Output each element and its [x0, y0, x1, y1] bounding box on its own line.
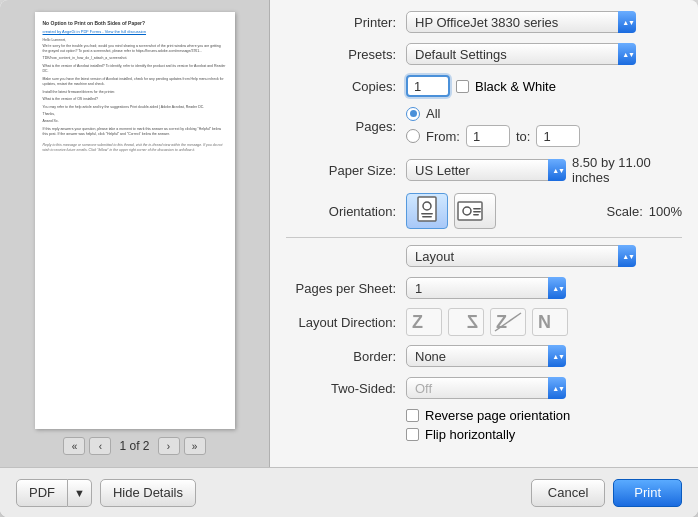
from-input[interactable] [466, 125, 510, 147]
orientation-row: Orientation: [286, 193, 682, 229]
copies-input[interactable]: 1 [406, 75, 450, 97]
all-pages-label: All [426, 106, 440, 121]
svg-rect-2 [421, 213, 433, 215]
border-label: Border: [286, 349, 396, 364]
next-page-button[interactable]: › [158, 437, 180, 455]
copies-label: Copies: [286, 79, 396, 94]
last-page-button[interactable]: » [184, 437, 206, 455]
svg-text:Z: Z [412, 312, 423, 332]
border-select-wrapper[interactable]: None [406, 345, 566, 367]
pages-row: Pages: All From: to: [286, 106, 682, 147]
layout-direction-label: Layout Direction: [286, 315, 396, 330]
border-select[interactable]: None [406, 345, 566, 367]
page-indicator: 1 of 2 [119, 439, 149, 453]
paper-size-label: Paper Size: [286, 163, 396, 178]
from-label: From: [426, 129, 460, 144]
z-left-up-icon: N [536, 311, 564, 333]
landscape-icon [457, 199, 493, 223]
pages-per-sheet-label: Pages per Sheet: [286, 281, 396, 296]
layout-select[interactable]: Layout [406, 245, 636, 267]
from-pages-row: From: to: [406, 125, 580, 147]
bw-checkbox[interactable] [456, 80, 469, 93]
layout-direction-controls: Z Z Z [406, 308, 682, 336]
all-pages-radio[interactable] [406, 107, 420, 121]
pages-controls: All From: to: [406, 106, 682, 147]
landscape-orientation-button[interactable] [454, 193, 496, 229]
two-sided-controls: Off [406, 377, 682, 399]
paper-size-row: Paper Size: US Letter 8.50 by 11.00 inch… [286, 155, 682, 185]
prev-page-button[interactable]: ‹ [89, 437, 111, 455]
print-dialog: No Option to Print on Both Sides of Pape… [0, 0, 698, 517]
preview-content: No Option to Print on Both Sides of Pape… [43, 20, 227, 153]
svg-rect-6 [473, 208, 481, 210]
presets-select[interactable]: Default Settings [406, 43, 636, 65]
presets-label: Presets: [286, 47, 396, 62]
flip-horizontally-checkbox[interactable] [406, 428, 419, 441]
scale-label: Scale: [607, 204, 643, 219]
portrait-orientation-button[interactable] [406, 193, 448, 229]
two-sided-row: Two-Sided: Off [286, 376, 682, 400]
reverse-orientation-label: Reverse page orientation [425, 408, 570, 423]
two-sided-select[interactable]: Off [406, 377, 566, 399]
cancel-button[interactable]: Cancel [531, 479, 605, 507]
flip-horizontally-row: Flip horizontally [406, 427, 682, 442]
svg-text:N: N [538, 312, 551, 332]
settings-pane: Printer: HP OfficeJet 3830 series Preset… [270, 0, 698, 467]
pages-radio-group: All From: to: [406, 106, 580, 147]
two-sided-label: Two-Sided: [286, 381, 396, 396]
z-right-up-icon: Z [494, 311, 522, 333]
paper-dimensions: 8.50 by 11.00 inches [572, 155, 682, 185]
svg-rect-3 [422, 216, 432, 218]
layout-direction-row: Layout Direction: Z Z [286, 308, 682, 336]
pdf-arrow-button[interactable]: ▼ [68, 479, 92, 507]
svg-rect-8 [473, 214, 479, 216]
two-sided-select-wrapper[interactable]: Off [406, 377, 566, 399]
paper-size-select[interactable]: US Letter [406, 159, 566, 181]
orientation-label: Orientation: [286, 204, 396, 219]
scale-value: 100% [649, 204, 682, 219]
preview-pane: No Option to Print on Both Sides of Pape… [0, 0, 270, 467]
layout-direction-s-button[interactable]: Z [448, 308, 484, 336]
printer-select-wrapper[interactable]: HP OfficeJet 3830 series [406, 11, 636, 33]
top-section: No Option to Print on Both Sides of Pape… [0, 0, 698, 467]
printer-select[interactable]: HP OfficeJet 3830 series [406, 11, 636, 33]
paper-size-select-wrapper[interactable]: US Letter [406, 159, 566, 181]
first-page-button[interactable]: « [63, 437, 85, 455]
layout-section-controls: Layout [406, 245, 682, 267]
layout-direction-z-right-button[interactable]: Z [406, 308, 442, 336]
to-input[interactable] [536, 125, 580, 147]
all-pages-row: All [406, 106, 580, 121]
layout-direction-n-left-button[interactable]: N [532, 308, 568, 336]
layout-select-wrapper[interactable]: Layout [406, 245, 636, 267]
pages-label: Pages: [286, 119, 396, 134]
svg-text:Z: Z [467, 312, 478, 332]
flip-horizontally-label: Flip horizontally [425, 427, 515, 442]
pages-per-sheet-select-wrapper[interactable]: 1 [406, 277, 566, 299]
to-label: to: [516, 129, 530, 144]
presets-select-wrapper[interactable]: Default Settings [406, 43, 636, 65]
printer-label: Printer: [286, 15, 396, 30]
printer-row: Printer: HP OfficeJet 3830 series [286, 10, 682, 34]
pdf-button[interactable]: PDF [16, 479, 68, 507]
print-button[interactable]: Print [613, 479, 682, 507]
bw-label: Black & White [475, 79, 556, 94]
preview-paper: No Option to Print on Both Sides of Pape… [35, 12, 235, 429]
svg-rect-7 [473, 211, 481, 213]
border-row: Border: None [286, 344, 682, 368]
copies-row: Copies: 1 Black & White [286, 74, 682, 98]
reverse-orientation-row: Reverse page orientation [406, 408, 682, 423]
orientation-controls: Scale: 100% [406, 193, 682, 229]
pdf-group: PDF ▼ [16, 479, 92, 507]
hide-details-button[interactable]: Hide Details [100, 479, 196, 507]
layout-section-row: Layout [286, 244, 682, 268]
z-right-down-icon: Z [410, 311, 438, 333]
presets-row: Presets: Default Settings [286, 42, 682, 66]
z-left-down-icon: Z [452, 311, 480, 333]
pages-per-sheet-row: Pages per Sheet: 1 [286, 276, 682, 300]
presets-controls: Default Settings [406, 43, 682, 65]
reverse-orientation-checkbox[interactable] [406, 409, 419, 422]
pages-per-sheet-select[interactable]: 1 [406, 277, 566, 299]
from-pages-radio[interactable] [406, 129, 420, 143]
paper-size-controls: US Letter 8.50 by 11.00 inches [406, 155, 682, 185]
layout-direction-n-right-button[interactable]: Z [490, 308, 526, 336]
